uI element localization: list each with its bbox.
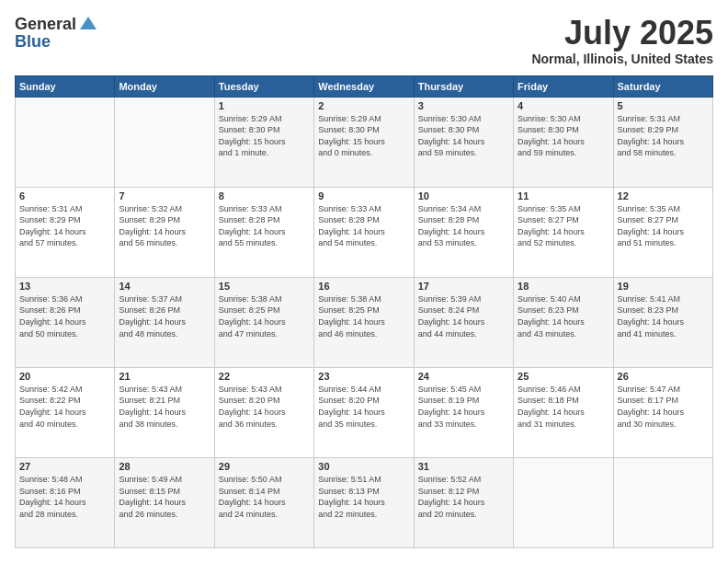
- day-number: 29: [219, 461, 310, 472]
- day-info: Sunrise: 5:51 AM Sunset: 8:13 PM Dayligh…: [318, 474, 409, 520]
- day-number: 30: [318, 461, 409, 472]
- calendar-cell-w0d3: 2Sunrise: 5:29 AM Sunset: 8:30 PM Daylig…: [314, 97, 414, 187]
- calendar-cell-w1d5: 11Sunrise: 5:35 AM Sunset: 8:27 PM Dayli…: [514, 187, 613, 277]
- page: General Blue July 2025 Normal, Illinois,…: [0, 0, 728, 563]
- day-number: 12: [618, 190, 709, 201]
- day-info: Sunrise: 5:40 AM Sunset: 8:23 PM Dayligh…: [518, 293, 609, 339]
- day-number: 14: [119, 281, 210, 292]
- day-number: 31: [418, 461, 509, 472]
- calendar-cell-w2d3: 16Sunrise: 5:38 AM Sunset: 8:25 PM Dayli…: [314, 277, 414, 367]
- logo-general-text: General: [15, 15, 76, 34]
- calendar-week-3: 20Sunrise: 5:42 AM Sunset: 8:22 PM Dayli…: [16, 367, 713, 457]
- calendar-cell-w0d1: [115, 97, 214, 187]
- calendar-cell-w2d5: 18Sunrise: 5:40 AM Sunset: 8:23 PM Dayli…: [514, 277, 613, 367]
- day-number: 19: [618, 281, 709, 292]
- calendar-table: SundayMondayTuesdayWednesdayThursdayFrid…: [15, 75, 713, 548]
- day-info: Sunrise: 5:35 AM Sunset: 8:27 PM Dayligh…: [518, 203, 609, 249]
- calendar-cell-w1d2: 8Sunrise: 5:33 AM Sunset: 8:28 PM Daylig…: [214, 187, 313, 277]
- day-number: 26: [618, 371, 709, 382]
- day-info: Sunrise: 5:38 AM Sunset: 8:25 PM Dayligh…: [318, 293, 409, 339]
- day-number: 15: [219, 281, 310, 292]
- calendar-cell-w0d2: 1Sunrise: 5:29 AM Sunset: 8:30 PM Daylig…: [214, 97, 313, 187]
- day-number: 25: [518, 371, 609, 382]
- day-number: 10: [418, 190, 509, 201]
- calendar-cell-w1d3: 9Sunrise: 5:33 AM Sunset: 8:28 PM Daylig…: [314, 187, 414, 277]
- calendar-header-monday: Monday: [115, 75, 214, 97]
- calendar-cell-w3d5: 25Sunrise: 5:46 AM Sunset: 8:18 PM Dayli…: [514, 367, 613, 457]
- calendar-cell-w4d1: 28Sunrise: 5:49 AM Sunset: 8:15 PM Dayli…: [115, 457, 214, 547]
- calendar-cell-w4d3: 30Sunrise: 5:51 AM Sunset: 8:13 PM Dayli…: [314, 457, 414, 547]
- calendar-cell-w0d6: 5Sunrise: 5:31 AM Sunset: 8:29 PM Daylig…: [613, 97, 712, 187]
- day-number: 2: [318, 100, 409, 111]
- day-number: 7: [119, 190, 210, 201]
- day-info: Sunrise: 5:33 AM Sunset: 8:28 PM Dayligh…: [219, 203, 310, 249]
- day-number: 24: [418, 371, 509, 382]
- calendar-cell-w2d6: 19Sunrise: 5:41 AM Sunset: 8:23 PM Dayli…: [613, 277, 712, 367]
- day-number: 11: [518, 190, 609, 201]
- day-info: Sunrise: 5:33 AM Sunset: 8:28 PM Dayligh…: [318, 203, 409, 249]
- logo-blue-text: Blue: [15, 32, 51, 52]
- calendar-header-tuesday: Tuesday: [214, 75, 313, 97]
- header-right: July 2025 Normal, Illinois, United State…: [531, 15, 713, 66]
- day-number: 21: [119, 371, 210, 382]
- day-number: 8: [219, 190, 310, 201]
- day-info: Sunrise: 5:47 AM Sunset: 8:17 PM Dayligh…: [618, 384, 709, 430]
- day-number: 9: [318, 190, 409, 201]
- day-info: Sunrise: 5:34 AM Sunset: 8:28 PM Dayligh…: [418, 203, 509, 249]
- day-info: Sunrise: 5:44 AM Sunset: 8:20 PM Dayligh…: [318, 384, 409, 430]
- day-info: Sunrise: 5:49 AM Sunset: 8:15 PM Dayligh…: [119, 474, 210, 520]
- calendar-cell-w2d1: 14Sunrise: 5:37 AM Sunset: 8:26 PM Dayli…: [115, 277, 214, 367]
- calendar-header-thursday: Thursday: [414, 75, 513, 97]
- calendar-cell-w2d2: 15Sunrise: 5:38 AM Sunset: 8:25 PM Dayli…: [214, 277, 313, 367]
- day-info: Sunrise: 5:39 AM Sunset: 8:24 PM Dayligh…: [418, 293, 509, 339]
- day-info: Sunrise: 5:43 AM Sunset: 8:20 PM Dayligh…: [219, 384, 310, 430]
- day-number: 13: [19, 281, 110, 292]
- day-number: 1: [219, 100, 310, 111]
- day-number: 23: [318, 371, 409, 382]
- day-info: Sunrise: 5:30 AM Sunset: 8:30 PM Dayligh…: [418, 113, 509, 159]
- calendar-cell-w1d0: 6Sunrise: 5:31 AM Sunset: 8:29 PM Daylig…: [16, 187, 115, 277]
- calendar-week-0: 1Sunrise: 5:29 AM Sunset: 8:30 PM Daylig…: [16, 97, 713, 187]
- logo: General Blue: [15, 15, 97, 52]
- day-info: Sunrise: 5:29 AM Sunset: 8:30 PM Dayligh…: [318, 113, 409, 159]
- calendar-header-sunday: Sunday: [16, 75, 115, 97]
- calendar-week-1: 6Sunrise: 5:31 AM Sunset: 8:29 PM Daylig…: [16, 187, 713, 277]
- day-number: 22: [219, 371, 310, 382]
- day-info: Sunrise: 5:32 AM Sunset: 8:29 PM Dayligh…: [119, 203, 210, 249]
- calendar-cell-w1d6: 12Sunrise: 5:35 AM Sunset: 8:27 PM Dayli…: [613, 187, 712, 277]
- calendar-week-4: 27Sunrise: 5:48 AM Sunset: 8:16 PM Dayli…: [16, 457, 713, 547]
- calendar-cell-w2d4: 17Sunrise: 5:39 AM Sunset: 8:24 PM Dayli…: [414, 277, 513, 367]
- day-info: Sunrise: 5:52 AM Sunset: 8:12 PM Dayligh…: [418, 474, 509, 520]
- day-number: 18: [518, 281, 609, 292]
- day-info: Sunrise: 5:29 AM Sunset: 8:30 PM Dayligh…: [219, 113, 310, 159]
- calendar-cell-w4d4: 31Sunrise: 5:52 AM Sunset: 8:12 PM Dayli…: [414, 457, 513, 547]
- logo-triangle-icon: [80, 17, 97, 33]
- calendar-header-saturday: Saturday: [613, 75, 712, 97]
- calendar-cell-w4d6: [613, 457, 712, 547]
- calendar-cell-w0d0: [16, 97, 115, 187]
- calendar-cell-w3d1: 21Sunrise: 5:43 AM Sunset: 8:21 PM Dayli…: [115, 367, 214, 457]
- day-info: Sunrise: 5:37 AM Sunset: 8:26 PM Dayligh…: [119, 293, 210, 339]
- day-info: Sunrise: 5:41 AM Sunset: 8:23 PM Dayligh…: [618, 293, 709, 339]
- calendar-cell-w0d4: 3Sunrise: 5:30 AM Sunset: 8:30 PM Daylig…: [414, 97, 513, 187]
- calendar-cell-w3d2: 22Sunrise: 5:43 AM Sunset: 8:20 PM Dayli…: [214, 367, 313, 457]
- calendar-header-wednesday: Wednesday: [314, 75, 414, 97]
- day-info: Sunrise: 5:35 AM Sunset: 8:27 PM Dayligh…: [618, 203, 709, 249]
- day-info: Sunrise: 5:50 AM Sunset: 8:14 PM Dayligh…: [219, 474, 310, 520]
- day-info: Sunrise: 5:36 AM Sunset: 8:26 PM Dayligh…: [19, 293, 110, 339]
- calendar-cell-w3d0: 20Sunrise: 5:42 AM Sunset: 8:22 PM Dayli…: [16, 367, 115, 457]
- day-number: 20: [19, 371, 110, 382]
- day-info: Sunrise: 5:45 AM Sunset: 8:19 PM Dayligh…: [418, 384, 509, 430]
- calendar-cell-w3d6: 26Sunrise: 5:47 AM Sunset: 8:17 PM Dayli…: [613, 367, 712, 457]
- location: Normal, Illinois, United States: [531, 52, 713, 66]
- calendar-header-row: SundayMondayTuesdayWednesdayThursdayFrid…: [16, 75, 713, 97]
- calendar-cell-w4d2: 29Sunrise: 5:50 AM Sunset: 8:14 PM Dayli…: [214, 457, 313, 547]
- calendar-cell-w4d5: [514, 457, 613, 547]
- day-info: Sunrise: 5:38 AM Sunset: 8:25 PM Dayligh…: [219, 293, 310, 339]
- svg-marker-0: [80, 17, 97, 29]
- day-number: 28: [119, 461, 210, 472]
- calendar-cell-w3d4: 24Sunrise: 5:45 AM Sunset: 8:19 PM Dayli…: [414, 367, 513, 457]
- day-number: 17: [418, 281, 509, 292]
- day-info: Sunrise: 5:31 AM Sunset: 8:29 PM Dayligh…: [19, 203, 110, 249]
- calendar-cell-w0d5: 4Sunrise: 5:30 AM Sunset: 8:30 PM Daylig…: [514, 97, 613, 187]
